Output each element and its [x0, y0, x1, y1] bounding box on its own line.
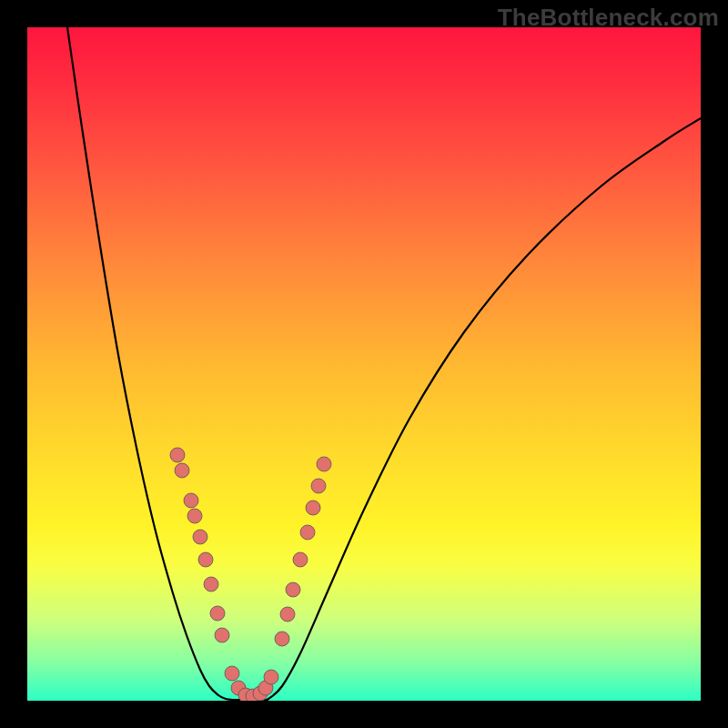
marker-dot [225, 666, 239, 681]
marker-dot [215, 628, 229, 642]
marker-dot [275, 632, 289, 646]
marker-group [170, 448, 331, 701]
marker-dot [193, 530, 207, 544]
marker-dot [170, 448, 185, 462]
marker-dot [280, 607, 295, 622]
curve-path [67, 27, 701, 700]
plot-area [27, 27, 701, 701]
marker-dot [264, 670, 278, 684]
bottleneck-curve [27, 27, 701, 701]
marker-dot [311, 479, 326, 493]
marker-dot [306, 500, 320, 515]
marker-dot [286, 582, 300, 597]
chart-frame: TheBottleneck.com [0, 0, 728, 728]
marker-dot [198, 552, 213, 567]
marker-dot [210, 606, 225, 621]
curve-group [67, 27, 701, 700]
marker-dot [293, 552, 308, 567]
marker-dot [184, 493, 198, 508]
marker-dot [187, 509, 202, 523]
marker-dot [317, 457, 331, 471]
watermark-label: TheBottleneck.com [498, 4, 719, 32]
marker-dot [175, 463, 189, 478]
marker-dot [204, 577, 218, 592]
marker-dot [300, 525, 315, 540]
